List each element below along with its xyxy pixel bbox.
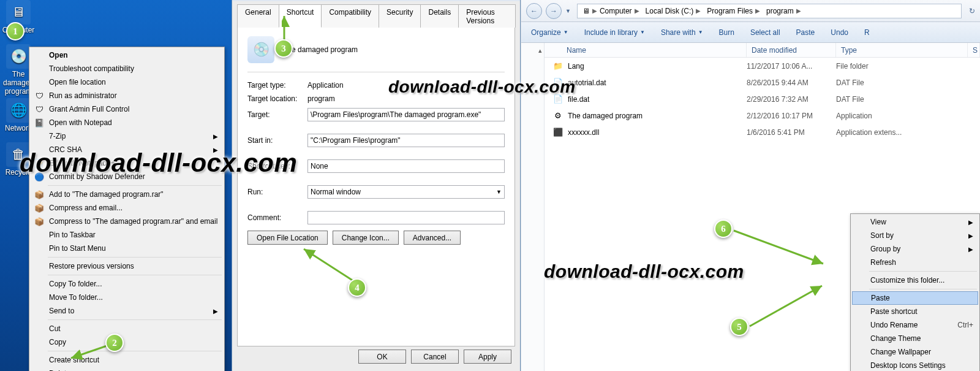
ctx-7zip[interactable]: 7-Zip▶ bbox=[31, 129, 223, 143]
toolbar-paste[interactable]: Paste bbox=[796, 28, 815, 37]
ectx-desktop-icons-settings[interactable]: Desktop Icons Settings bbox=[852, 359, 978, 371]
ok-button[interactable]: OK bbox=[358, 350, 406, 364]
separator bbox=[869, 289, 977, 289]
cancel-button[interactable]: Cancel bbox=[411, 350, 459, 364]
ctx-copy-to[interactable]: Copy To folder... bbox=[31, 277, 223, 291]
history-chevron-icon[interactable]: ▼ bbox=[565, 8, 571, 14]
ctx-copy[interactable]: Copy bbox=[31, 335, 223, 349]
ectx-customize-folder[interactable]: Customize this folder... bbox=[852, 273, 978, 287]
shortcut-key-input[interactable] bbox=[307, 159, 505, 173]
ctx-crc-sha[interactable]: CRC SHA▶ bbox=[31, 143, 223, 156]
ctx-open[interactable]: Open bbox=[31, 48, 223, 62]
forward-button[interactable]: → bbox=[546, 3, 562, 19]
chevron-right-icon: ▶ bbox=[635, 7, 639, 14]
file-type: File folder bbox=[836, 62, 980, 71]
file-name: xxxxxx.dll bbox=[568, 128, 599, 137]
file-icon: ⚙ bbox=[553, 111, 563, 121]
ectx-refresh[interactable]: Refresh bbox=[852, 256, 978, 269]
tab-bar: General Shortcut Compatibility Security … bbox=[237, 4, 515, 28]
ctx-run-as-admin[interactable]: 🛡Run as administrator bbox=[31, 89, 223, 102]
toolbar-r[interactable]: R bbox=[864, 28, 870, 37]
breadcrumb-bar[interactable]: 🖥▶ Computer▶ Local Disk (C:)▶ Program Fi… bbox=[577, 4, 962, 18]
ctx-restore-versions[interactable]: Restore previous versions bbox=[31, 259, 223, 273]
ctx-open-notepad[interactable]: 📓Open with Notepad bbox=[31, 116, 223, 129]
file-row[interactable]: ⬛xxxxxx.dll1/6/2016 5:41 PMApplication e… bbox=[545, 124, 980, 140]
advanced-button[interactable]: Advanced... bbox=[404, 231, 461, 245]
crumb-program-files[interactable]: Program Files▶ bbox=[704, 4, 764, 18]
ectx-change-wallpaper[interactable]: Change Wallpaper bbox=[852, 345, 978, 359]
ctx-send-to[interactable]: Send to▶ bbox=[31, 304, 223, 318]
col-date[interactable]: Date modified bbox=[747, 43, 836, 57]
ctx-create-shortcut[interactable]: Create shortcut bbox=[31, 353, 223, 367]
tab-security[interactable]: Security bbox=[379, 4, 421, 28]
change-icon-button[interactable]: Change Icon... bbox=[333, 231, 399, 245]
file-icon: 📄 bbox=[553, 94, 563, 104]
ectx-view[interactable]: View▶ bbox=[852, 215, 978, 229]
crumb-local-disk[interactable]: Local Disk (C:)▶ bbox=[643, 4, 705, 18]
refresh-icon[interactable]: ↻ bbox=[969, 7, 975, 15]
target-type-value: Application bbox=[307, 81, 505, 90]
file-type: DAT File bbox=[836, 95, 980, 104]
tab-previous-versions[interactable]: Previous Versions bbox=[458, 4, 516, 28]
separator bbox=[869, 271, 977, 272]
explorer-window: ← → ▼ 🖥▶ Computer▶ Local Disk (C:)▶ Prog… bbox=[521, 0, 980, 371]
tree-column[interactable]: ▴ bbox=[521, 43, 545, 371]
toolbar-share-with[interactable]: Share with▼ bbox=[661, 28, 703, 37]
arrow-left-icon: ← bbox=[530, 7, 538, 15]
ectx-paste[interactable]: Paste bbox=[852, 291, 978, 305]
separator bbox=[48, 275, 222, 275]
step-badge-6: 6 bbox=[714, 220, 733, 238]
ctx-cut[interactable]: Cut bbox=[31, 322, 223, 335]
tab-details[interactable]: Details bbox=[420, 4, 459, 28]
ctx-add-rar[interactable]: 📦Add to "The damaged program.rar" bbox=[31, 188, 223, 201]
ectx-paste-shortcut[interactable]: Paste shortcut bbox=[852, 305, 978, 318]
ctx-shadow-defender[interactable]: 🔵Commit by Shadow Defender bbox=[31, 170, 223, 183]
ctx-edit-npp[interactable]: 📝Edit with Notepad++ bbox=[31, 156, 223, 170]
col-type[interactable]: Type bbox=[836, 43, 968, 57]
toolbar-undo[interactable]: Undo bbox=[831, 28, 848, 37]
comment-input[interactable] bbox=[307, 211, 505, 224]
start-in-input[interactable] bbox=[307, 134, 505, 147]
chevron-down-icon: ▼ bbox=[698, 29, 703, 35]
ctx-compress-rar-email[interactable]: 📦Compress to "The damaged program.rar" a… bbox=[31, 215, 223, 228]
col-name[interactable]: Name bbox=[545, 43, 747, 57]
ectx-group-by[interactable]: Group by▶ bbox=[852, 242, 978, 256]
separator bbox=[48, 319, 222, 320]
ectx-undo-rename[interactable]: Undo RenameCtrl+ bbox=[852, 318, 978, 332]
target-input[interactable] bbox=[307, 108, 505, 121]
apply-button[interactable]: Apply bbox=[464, 350, 511, 364]
ctx-open-file-location[interactable]: Open file location bbox=[31, 75, 223, 89]
crumb-computer[interactable]: Computer▶ bbox=[597, 4, 643, 18]
columns-header: Name Date modified Type S bbox=[545, 43, 980, 58]
shortcut-pane: 💿 The damaged program Target type:Applic… bbox=[237, 28, 515, 346]
ctx-delete[interactable]: Delete bbox=[31, 367, 223, 371]
file-row[interactable]: 📄autotrial.dat8/26/2015 9:44 AMDAT File bbox=[545, 74, 980, 91]
ectx-sort-by[interactable]: Sort by▶ bbox=[852, 229, 978, 242]
toolbar-select-all[interactable]: Select all bbox=[750, 28, 780, 37]
ctx-pin-taskbar[interactable]: Pin to Taskbar bbox=[31, 228, 223, 242]
toolbar-include-in-library[interactable]: Include in library▼ bbox=[584, 28, 645, 37]
ctx-move-to[interactable]: Move To folder... bbox=[31, 291, 223, 304]
tab-shortcut[interactable]: Shortcut bbox=[279, 4, 322, 28]
file-row[interactable]: ⚙The damaged program2/12/2016 10:17 PMAp… bbox=[545, 107, 980, 124]
ectx-change-theme[interactable]: Change Theme bbox=[852, 332, 978, 345]
back-button[interactable]: ← bbox=[526, 3, 542, 19]
col-s[interactable]: S bbox=[968, 43, 980, 57]
run-select[interactable]: Normal window▼ bbox=[307, 185, 505, 199]
ctx-troubleshoot[interactable]: Troubleshoot compatibility bbox=[31, 62, 223, 75]
open-file-location-button[interactable]: Open File Location bbox=[247, 231, 328, 245]
start-in-label: Start in: bbox=[247, 136, 307, 145]
ctx-pin-start[interactable]: Pin to Start Menu bbox=[31, 242, 223, 255]
toolbar-organize[interactable]: Organize▼ bbox=[531, 28, 568, 37]
tab-general[interactable]: General bbox=[237, 4, 279, 28]
ctx-compress-email[interactable]: 📦Compress and email... bbox=[31, 201, 223, 215]
file-row[interactable]: 📄file.dat2/29/2016 7:32 AMDAT File bbox=[545, 91, 980, 107]
ctx-grant-admin[interactable]: 🛡Grant Admin Full Control bbox=[31, 102, 223, 116]
tab-compatibility[interactable]: Compatibility bbox=[321, 4, 379, 28]
file-row[interactable]: 📁Lang11/2/2017 10:06 A...File folder bbox=[545, 58, 980, 74]
toolbar-burn[interactable]: Burn bbox=[719, 28, 734, 37]
file-name: autotrial.dat bbox=[568, 78, 606, 87]
separator bbox=[48, 185, 222, 186]
scroll-up-icon[interactable]: ▴ bbox=[538, 47, 542, 55]
crumb-program[interactable]: program▶ bbox=[764, 4, 805, 18]
